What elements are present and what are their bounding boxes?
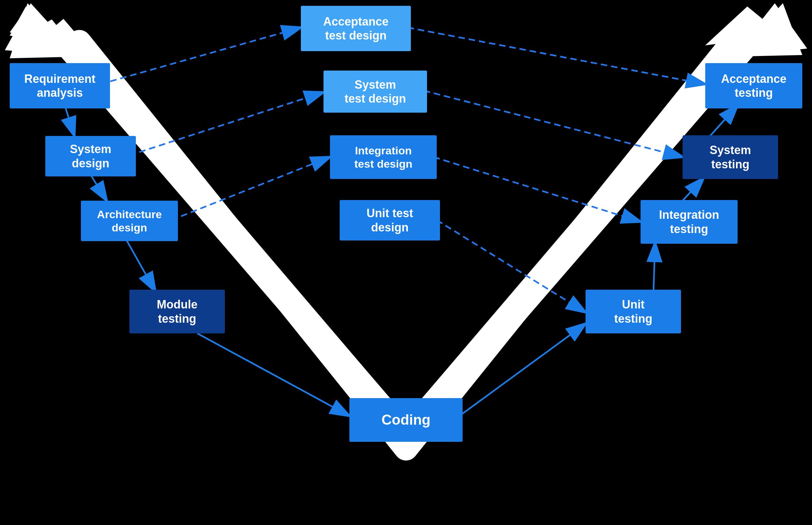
integration-testing-box: Integrationtesting bbox=[641, 200, 738, 244]
svg-marker-1 bbox=[10, 10, 65, 42]
system-test-design-box: Systemtest design bbox=[323, 71, 427, 112]
svg-marker-12 bbox=[10, 3, 79, 58]
svg-line-20 bbox=[65, 105, 74, 136]
unit-test-design-box: Unit testdesign bbox=[340, 200, 440, 240]
svg-line-24 bbox=[100, 28, 301, 84]
svg-marker-5 bbox=[705, 6, 783, 45]
svg-line-16 bbox=[408, 28, 705, 84]
unit-testing-box: Unittesting bbox=[585, 290, 681, 333]
svg-line-30 bbox=[710, 105, 738, 136]
system-testing-box: Systemtesting bbox=[683, 135, 778, 179]
svg-line-25 bbox=[129, 92, 323, 155]
svg-line-17 bbox=[424, 91, 683, 157]
svg-line-21 bbox=[91, 175, 107, 201]
svg-line-18 bbox=[433, 157, 641, 222]
acceptance-test-design-box: Acceptancetest design bbox=[301, 6, 411, 51]
svg-line-23 bbox=[197, 333, 349, 416]
v-model-diagram: Requirement analysis Systemdesign Archit… bbox=[0, 0, 812, 525]
svg-line-19 bbox=[437, 220, 585, 312]
coding-box: Coding bbox=[349, 398, 463, 442]
acceptance-testing-box: Acceptancetesting bbox=[705, 63, 802, 108]
svg-line-29 bbox=[683, 178, 704, 201]
module-testing-box: Moduletesting bbox=[129, 290, 225, 333]
svg-line-27 bbox=[459, 324, 585, 416]
system-design-box: Systemdesign bbox=[45, 136, 136, 176]
svg-marker-13 bbox=[5, 3, 79, 57]
svg-marker-0 bbox=[19, 19, 87, 63]
requirement-analysis-box: Requirement analysis bbox=[10, 63, 110, 108]
svg-marker-14 bbox=[733, 3, 802, 57]
integration-test-design-box: Integrationtest design bbox=[330, 135, 437, 179]
svg-line-22 bbox=[126, 240, 155, 291]
architecture-design-box: Architecturedesign bbox=[81, 201, 178, 241]
svg-marker-15 bbox=[733, 3, 807, 57]
svg-marker-3 bbox=[10, 6, 71, 45]
svg-line-11 bbox=[406, 42, 733, 448]
svg-line-26 bbox=[171, 157, 330, 220]
svg-line-28 bbox=[654, 243, 655, 291]
